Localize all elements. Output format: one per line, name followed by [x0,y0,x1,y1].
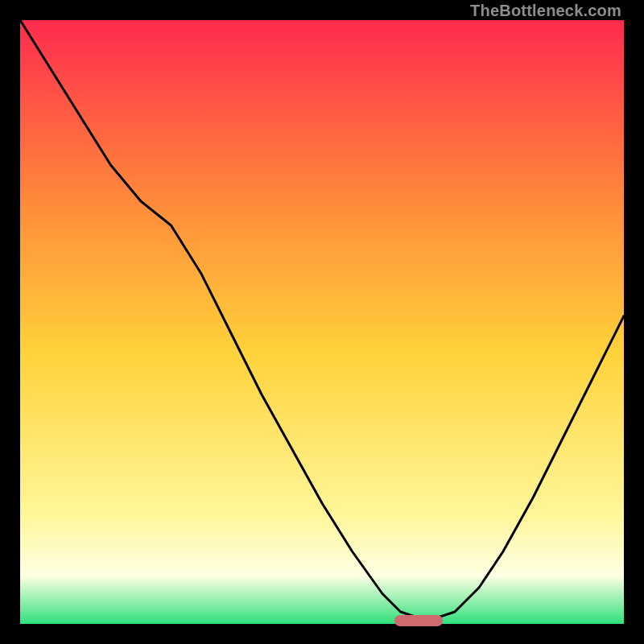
plot-frame [20,20,624,624]
optimal-range-marker [394,615,443,626]
gradient-background [20,20,624,624]
bottleneck-chart [20,20,624,624]
watermark-text: TheBottleneck.com [470,2,621,20]
